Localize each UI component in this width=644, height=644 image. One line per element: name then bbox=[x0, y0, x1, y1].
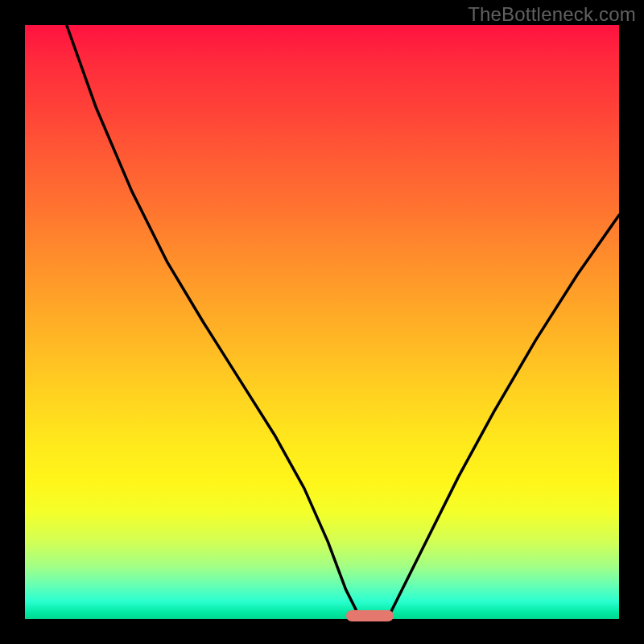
watermark-text: TheBottleneck.com bbox=[468, 3, 636, 26]
curve-left-arm bbox=[67, 25, 361, 619]
bottleneck-curve bbox=[25, 25, 619, 619]
optimal-marker bbox=[346, 610, 394, 621]
plot-area bbox=[25, 25, 619, 619]
chart-frame: TheBottleneck.com bbox=[0, 0, 644, 644]
curve-right-arm bbox=[387, 215, 619, 619]
